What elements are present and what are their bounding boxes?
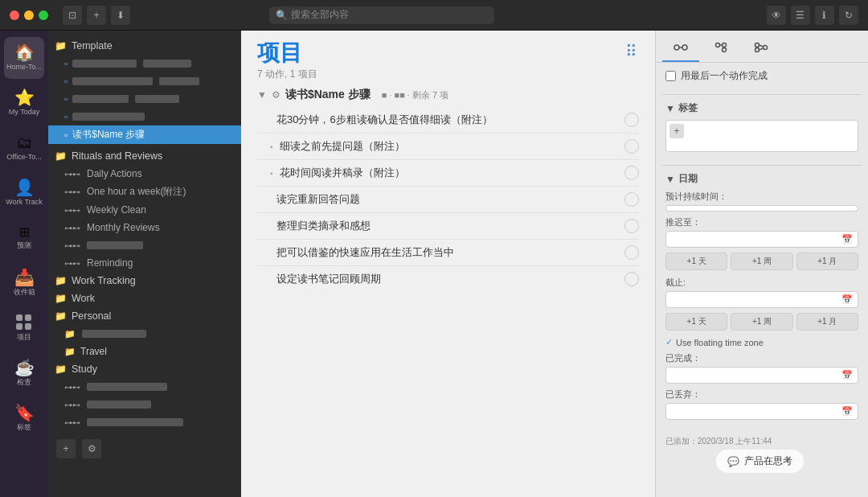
sidebar-item-inbox-label: 收件箱 <box>14 288 35 297</box>
tree-item-worktracking[interactable]: 📁 Work Tracking <box>48 272 241 290</box>
deadline-plus-week-button[interactable]: +1 周 <box>731 313 792 331</box>
tags-icon: 🔖 <box>14 405 35 421</box>
task-row[interactable]: 读完重新回答问题 <box>257 187 639 213</box>
tag-area[interactable]: + <box>665 120 858 152</box>
project-header-left: 项目 7 动作, 1 项目 <box>257 42 317 81</box>
task-row[interactable]: 整理归类摘录和感想 <box>257 213 639 240</box>
tree-item-personal-blurred[interactable]: 📁 <box>48 325 241 343</box>
sidebar-item-forecast[interactable]: ⊞ 预测 <box>4 217 44 259</box>
float-tz-row: ✓ Use floating time zone <box>665 337 858 347</box>
tree-item-travel[interactable]: 📁 Travel <box>48 343 241 360</box>
eye-icon[interactable]: 👁 <box>767 6 786 25</box>
tree-item-work[interactable]: 📁 Work <box>48 290 241 307</box>
tree-item-blurred-month[interactable]: ⊶⊷ <box>48 236 241 254</box>
duration-input[interactable] <box>665 205 858 212</box>
tree-item-blurred-4[interactable]: ▫ <box>48 108 241 125</box>
task-icon-2: ▪ <box>270 169 273 178</box>
task-row[interactable]: 把可以借鉴的快速应用在生活工作当中 <box>257 240 639 266</box>
task-circle-6[interactable] <box>624 272 639 286</box>
list-icon[interactable]: ☰ <box>791 6 810 25</box>
tree-item-study[interactable]: 📁 Study <box>48 360 241 378</box>
sidebar-item-tags[interactable]: 🔖 标签 <box>4 397 44 439</box>
blurred-text-4 <box>159 77 199 85</box>
content-options-button[interactable]: ⠿ <box>625 42 639 61</box>
tree-item-weekly[interactable]: ⊶⊷ Weekly Clean <box>48 201 241 219</box>
tree-item-rituals[interactable]: 📁 Rituals and Reviews <box>48 147 241 165</box>
tree-item-study-ritual1[interactable]: ⊶⊷ <box>48 378 241 396</box>
task-circle-1[interactable] <box>624 139 639 154</box>
deadline-input[interactable]: 📅 <box>665 291 858 308</box>
refresh-icon[interactable]: ↻ <box>839 6 858 25</box>
tree-item-personal[interactable]: 📁 Personal <box>48 307 241 325</box>
sidebar-item-today[interactable]: ⭐ My Today <box>4 82 44 124</box>
task-circle-4[interactable] <box>624 219 639 233</box>
tree-item-blurred-1[interactable]: ▫ <box>48 55 241 72</box>
settings-button[interactable]: ⚙ <box>82 439 101 458</box>
sidebar-item-worktrack[interactable]: 👤 Work Track <box>4 172 44 214</box>
add-item-button[interactable]: + <box>56 439 76 458</box>
sidebar-toggle-icon[interactable]: ⊡ <box>63 6 82 25</box>
task-row[interactable]: 花30分钟，6步粗读确认是否值得细读（附注） <box>257 107 639 133</box>
svg-point-1 <box>682 45 687 50</box>
maximize-button[interactable] <box>39 10 48 20</box>
check-icon: ☕ <box>14 359 35 376</box>
tree-item-study-ritual3[interactable]: ⊶⊷ <box>48 413 241 431</box>
tree-item-one-hour[interactable]: ⊶⊷ One hour a week(附注) <box>48 183 241 201</box>
task-circle-0[interactable] <box>624 113 639 127</box>
task-list: 花30分钟，6步粗读确认是否值得细读（附注） ▪ 细读之前先提问题（附注） ▪ … <box>241 107 655 497</box>
file-tree-panel: 📁 Template ▫ ▫ ▫ ▫ ▫ 读书$Name 步骤 <box>48 31 241 497</box>
delay-plus-month-button[interactable]: +1 月 <box>796 253 858 270</box>
delay-plus-day-button[interactable]: +1 天 <box>665 253 727 270</box>
delay-plus-week-button[interactable]: +1 周 <box>731 253 792 270</box>
task-row[interactable]: ▪ 细读之前先提问题（附注） <box>257 133 639 160</box>
deadline-plus-day-button[interactable]: +1 天 <box>665 313 727 331</box>
sidebar-item-home[interactable]: 🏠 Home-To... <box>4 37 44 79</box>
task-circle-5[interactable] <box>624 245 639 260</box>
sidebar-item-check[interactable]: ☕ 检查 <box>4 352 44 394</box>
tree-item-monthly[interactable]: ⊶⊷ Monthly Reviews <box>48 219 241 236</box>
blurred-personal <box>82 330 146 338</box>
right-tab-1[interactable] <box>702 37 739 62</box>
ritual-icon-reminding: ⊶⊷ <box>64 259 80 268</box>
right-tab-2[interactable] <box>743 37 780 62</box>
tree-item-study-ritual2[interactable]: ⊶⊷ <box>48 396 241 413</box>
completed-input[interactable]: 📅 <box>665 367 858 384</box>
task-circle-3[interactable] <box>624 192 639 207</box>
tree-item-reminding[interactable]: ⊶⊷ Reminding <box>48 254 241 272</box>
watermark-text: 产品在思考 <box>744 454 792 468</box>
abandoned-input[interactable]: 📅 <box>665 403 858 420</box>
study-ritual-icon2: ⊶⊷ <box>64 400 80 409</box>
info-icon[interactable]: ℹ <box>815 6 834 25</box>
main-layout: 🏠 Home-To... ⭐ My Today 🗂 Office-To... 👤… <box>0 31 868 497</box>
study-ritual-icon3: ⊶⊷ <box>64 418 80 427</box>
tree-label-travel: Travel <box>80 346 107 357</box>
selected-item-label: 读书$Name 步骤 <box>72 128 145 142</box>
download-icon[interactable]: ⬇ <box>111 6 130 25</box>
add-icon[interactable]: + <box>87 6 106 25</box>
sidebar-item-projects[interactable]: 项目 <box>4 307 44 349</box>
task-row[interactable]: ▪ 花时间阅读并稿录（附注） <box>257 160 639 187</box>
study-ritual-icon1: ⊶⊷ <box>64 383 80 392</box>
tree-item-selected[interactable]: ▫ 读书$Name 步骤 <box>48 125 241 144</box>
blurred-text-1 <box>72 60 137 68</box>
task-row[interactable]: 设定读书笔记回顾周期 <box>257 266 639 292</box>
tab-icon-0 <box>674 42 688 53</box>
tag-add-button[interactable]: + <box>669 124 684 138</box>
right-tab-0[interactable] <box>662 37 699 62</box>
sidebar-item-inbox[interactable]: 📥 收件箱 <box>4 262 44 304</box>
sidebar-item-office[interactable]: 🗂 Office-To... <box>4 127 44 169</box>
date-title-label: 日期 <box>678 172 698 186</box>
minimize-button[interactable] <box>24 10 34 20</box>
tree-item-daily-actions[interactable]: ⊶⊷ Daily Actions <box>48 165 241 183</box>
close-button[interactable] <box>10 10 19 20</box>
delay-input[interactable]: 📅 <box>665 231 858 248</box>
selected-item-icon: ▫ <box>64 129 68 141</box>
ritual-icon-blurred: ⊶⊷ <box>64 241 80 250</box>
task-circle-2[interactable] <box>624 166 639 180</box>
deadline-plus-month-button[interactable]: +1 月 <box>796 313 858 331</box>
tree-item-blurred-2[interactable]: ▫ <box>48 72 241 90</box>
tree-item-template[interactable]: 📁 Template <box>48 37 241 55</box>
search-bar[interactable]: 🔍 搜索全部内容 <box>269 6 494 24</box>
complete-checkbox[interactable] <box>665 71 676 81</box>
tree-item-blurred-3[interactable]: ▫ <box>48 90 241 108</box>
